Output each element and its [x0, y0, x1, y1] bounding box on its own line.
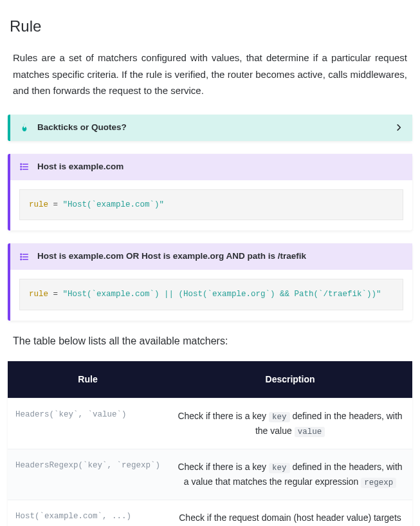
example-host: Host is example.com rule = "Host(`exampl…	[8, 154, 412, 231]
rule-cell: Host(`example.com`, ...)	[8, 500, 168, 526]
code-key: rule	[29, 200, 48, 209]
table-lead: The table below lists all the available …	[13, 333, 412, 350]
table-header-rule: Rule	[8, 361, 168, 399]
rule-cell: Headers(`key`, `value`)	[8, 399, 168, 449]
list-icon	[19, 252, 30, 262]
rule-intro: Rules are a set of matchers configured w…	[13, 50, 407, 99]
example-body: rule = "Host(`example.com`)"	[10, 180, 412, 231]
table-row: Headers(`key`, `value`) Check if there i…	[8, 399, 412, 449]
example-title-text: Host is example.com	[37, 160, 123, 174]
inline-code: regexp	[361, 478, 396, 488]
inline-code: key	[269, 412, 290, 422]
example-title-bar: Host is example.com OR Host is example.o…	[10, 243, 412, 270]
rule-heading: Rule	[10, 14, 412, 38]
flame-icon	[19, 122, 30, 133]
tip-backticks[interactable]: Backticks or Quotes?	[8, 115, 412, 141]
svg-point-10	[21, 256, 21, 257]
svg-point-5	[21, 169, 21, 169]
code-op: =	[48, 290, 63, 299]
tip-title-text: Backticks or Quotes?	[37, 121, 127, 135]
code-block[interactable]: rule = "Host(`example.com`) || (Host(`ex…	[19, 279, 403, 310]
example-title-text: Host is example.com OR Host is example.o…	[37, 250, 306, 263]
desc-cell: Check if there is a key key defined in t…	[168, 449, 412, 500]
code-string: "Host(`example.com`)"	[63, 200, 165, 209]
code-key: rule	[29, 290, 48, 299]
svg-point-3	[21, 164, 21, 164]
code-block[interactable]: rule = "Host(`example.com`)"	[19, 189, 403, 221]
svg-point-11	[21, 259, 21, 259]
rule-cell: HeadersRegexp(`key`, `regexp`)	[8, 449, 168, 500]
svg-point-4	[21, 166, 21, 167]
desc-cell: Check if there is a key key defined in t…	[168, 399, 412, 449]
matchers-table: Rule Description Headers(`key`, `value`)…	[8, 361, 412, 526]
table-header-desc: Description	[168, 361, 412, 399]
code-string: "Host(`example.com`) || (Host(`example.o…	[63, 290, 381, 299]
table-row: HeadersRegexp(`key`, `regexp`) Check if …	[8, 449, 412, 500]
example-title-bar: Host is example.com	[10, 154, 412, 180]
svg-point-9	[21, 254, 21, 254]
chevron-right-icon	[394, 123, 403, 132]
list-icon	[19, 162, 30, 172]
example-body: rule = "Host(`example.com`) || (Host(`ex…	[10, 270, 412, 321]
code-op: =	[48, 200, 63, 209]
inline-code: key	[269, 463, 290, 473]
tip-title-bar[interactable]: Backticks or Quotes?	[10, 115, 412, 141]
inline-code: value	[295, 427, 325, 437]
desc-cell: Check if the request domain (host header…	[168, 500, 412, 526]
table-row: Host(`example.com`, ...) Check if the re…	[8, 500, 412, 526]
example-host-or: Host is example.com OR Host is example.o…	[8, 243, 412, 321]
